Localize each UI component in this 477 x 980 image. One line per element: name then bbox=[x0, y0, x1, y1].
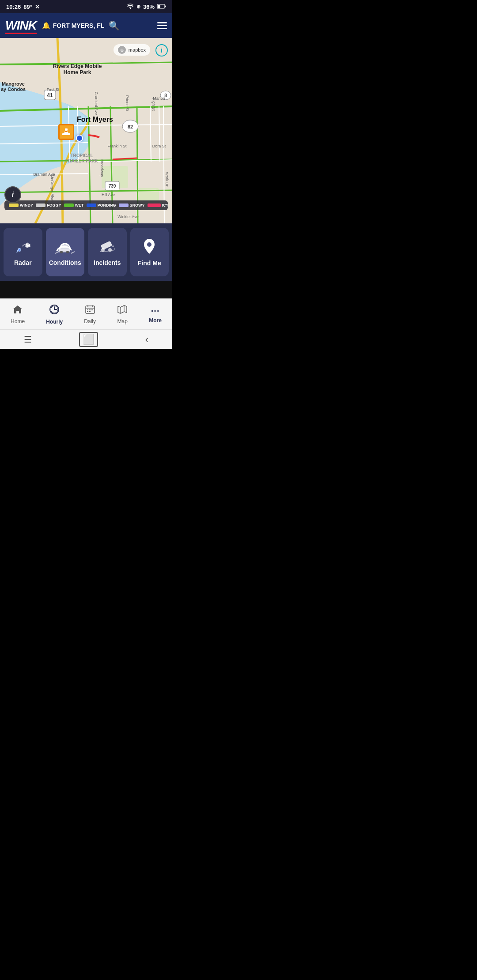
svg-point-50 bbox=[147, 242, 151, 247]
svg-rect-55 bbox=[89, 309, 91, 310]
incidents-icon bbox=[98, 238, 117, 256]
more-icon: ··· bbox=[151, 306, 160, 316]
svg-text:Marion: Marion bbox=[153, 96, 165, 101]
svg-text:Fort Myers: Fort Myers bbox=[77, 116, 113, 123]
findme-label: Find Me bbox=[138, 260, 161, 267]
hourly-icon bbox=[49, 304, 60, 317]
legend-ponding: PONDING bbox=[87, 203, 116, 207]
svg-rect-3 bbox=[165, 5, 166, 7]
conditions-label: Conditions bbox=[49, 259, 81, 266]
nav-map-label: Map bbox=[117, 318, 127, 324]
construction-marker[interactable] bbox=[58, 124, 74, 140]
svg-text:Winkler Ave: Winkler Ave bbox=[117, 215, 138, 219]
map-info-button[interactable]: i bbox=[155, 44, 168, 57]
legend-foggy: FOGGY bbox=[36, 203, 61, 207]
daily-icon bbox=[85, 305, 95, 317]
svg-text:Franklin St: Franklin St bbox=[107, 144, 127, 148]
search-icon[interactable]: 🔍 bbox=[109, 20, 120, 31]
home-icon bbox=[12, 305, 23, 317]
status-bar: 10:26 89° ✕ ⊕ 36% bbox=[0, 0, 172, 13]
nav-more-label: More bbox=[149, 317, 162, 324]
findme-icon bbox=[143, 238, 156, 257]
time-display: 10:26 bbox=[6, 4, 21, 10]
map-view-tabs: ❅ Radar Conditions bbox=[0, 223, 172, 281]
legend-wet: WET bbox=[64, 203, 84, 207]
svg-text:Hill Ave: Hill Ave bbox=[102, 192, 115, 197]
map-info-button-bottom[interactable]: i bbox=[4, 186, 21, 203]
android-nav-bar: ☰ ⬜ ‹ bbox=[0, 329, 172, 349]
svg-text:Cranford Ave: Cranford Ave bbox=[94, 92, 98, 115]
battery-text: 36% bbox=[143, 4, 155, 10]
conditions-icon bbox=[55, 238, 75, 256]
legend-windy: WINDY bbox=[9, 203, 33, 207]
app-header: WINK 🔔 FORT MYERS, FL 🔍 bbox=[0, 13, 172, 38]
nav-hourly[interactable]: Hourly bbox=[46, 304, 63, 325]
svg-rect-56 bbox=[91, 309, 93, 310]
svg-rect-42 bbox=[61, 245, 68, 248]
radar-tab[interactable]: ❅ Radar bbox=[4, 228, 42, 276]
location-display[interactable]: 🔔 FORT MYERS, FL 🔍 bbox=[42, 20, 157, 31]
svg-text:McGregor Blvd: McGregor Blvd bbox=[50, 175, 54, 201]
svg-point-0 bbox=[130, 8, 131, 8]
svg-text:Home Park: Home Park bbox=[64, 69, 91, 75]
info-icon: i bbox=[161, 47, 163, 54]
svg-text:Dora St: Dora St bbox=[152, 144, 166, 148]
spacer bbox=[0, 281, 172, 298]
conditions-tab[interactable]: Conditions bbox=[46, 228, 85, 276]
svg-text:❅: ❅ bbox=[25, 242, 31, 249]
radar-label: Radar bbox=[14, 259, 32, 266]
user-location-dot bbox=[76, 135, 83, 142]
mapbox-watermark[interactable]: ⊕ mapbox bbox=[114, 44, 150, 56]
nav-home[interactable]: Home bbox=[11, 305, 25, 324]
svg-rect-57 bbox=[87, 311, 88, 312]
nav-map[interactable]: Map bbox=[117, 305, 128, 324]
legend-snowy: SNOWY bbox=[119, 203, 145, 207]
bell-icon: 🔔 bbox=[42, 22, 50, 30]
bottom-navigation: Home Hourly Daily bbox=[0, 298, 172, 329]
status-icons: ⊕ 36% bbox=[127, 4, 166, 10]
svg-text:Rivers Edge Mobile: Rivers Edge Mobile bbox=[53, 63, 102, 69]
svg-text:Broadway: Broadway bbox=[100, 159, 104, 177]
findme-tab[interactable]: Find Me bbox=[130, 228, 169, 276]
menu-button[interactable] bbox=[157, 22, 167, 29]
svg-text:739: 739 bbox=[109, 184, 116, 188]
svg-text:41: 41 bbox=[47, 92, 53, 98]
android-back-btn[interactable]: ‹ bbox=[145, 333, 149, 346]
svg-text:ay Condos: ay Condos bbox=[1, 87, 26, 92]
signal-icon: ⊕ bbox=[136, 4, 140, 10]
wifi-icon bbox=[127, 4, 134, 10]
incidents-tab[interactable]: Incidents bbox=[88, 228, 127, 276]
svg-point-49 bbox=[114, 248, 115, 249]
temp-display: 89° bbox=[23, 4, 32, 10]
radar-icon: ❅ bbox=[14, 238, 32, 256]
android-home-btn[interactable]: ⬜ bbox=[79, 332, 98, 347]
svg-rect-2 bbox=[158, 5, 160, 8]
location-text: FORT MYERS, FL bbox=[53, 22, 105, 29]
road-condition-legend: WINDY FOGGY WET PONDING SNOWY ICY bbox=[4, 200, 168, 210]
svg-text:Mangrove: Mangrove bbox=[2, 81, 25, 87]
svg-text:Prince St: Prince St bbox=[125, 95, 129, 112]
battery-icon bbox=[157, 4, 166, 10]
incidents-label: Incidents bbox=[94, 259, 121, 266]
svg-rect-58 bbox=[89, 311, 91, 312]
nav-more[interactable]: ··· More bbox=[149, 306, 162, 324]
svg-text:TRAILER PARK: TRAILER PARK bbox=[65, 158, 98, 163]
svg-rect-36 bbox=[65, 128, 68, 130]
svg-text:82: 82 bbox=[128, 124, 133, 129]
svg-rect-54 bbox=[87, 309, 88, 310]
nav-hourly-label: Hourly bbox=[46, 319, 63, 325]
info-icon-bottom: i bbox=[12, 191, 14, 199]
svg-text:Work Dr: Work Dr bbox=[165, 172, 169, 187]
compass-icon: ⊕ bbox=[118, 46, 126, 54]
map-area[interactable]: 41 82 739 8 Rivers Edge Mobile Home Park… bbox=[0, 38, 172, 223]
nav-daily[interactable]: Daily bbox=[84, 305, 96, 324]
svg-point-48 bbox=[112, 245, 114, 247]
mapbox-label: mapbox bbox=[129, 47, 146, 53]
svg-point-44 bbox=[66, 251, 69, 253]
svg-rect-35 bbox=[62, 133, 70, 135]
android-recent-btn[interactable]: ☰ bbox=[24, 334, 32, 345]
svg-point-43 bbox=[60, 251, 63, 253]
nav-daily-label: Daily bbox=[84, 318, 96, 324]
notification-icon: ✕ bbox=[35, 4, 40, 10]
svg-text:TROPICAL: TROPICAL bbox=[70, 153, 93, 158]
